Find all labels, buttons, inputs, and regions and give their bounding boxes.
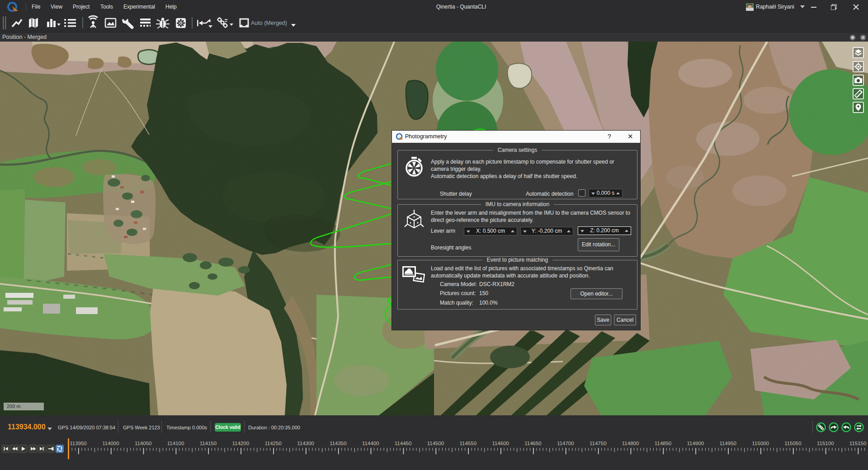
svg-text:114200: 114200: [232, 441, 250, 446]
svg-text:113950: 113950: [70, 441, 87, 446]
svg-text:114950: 114950: [719, 441, 736, 446]
svg-text:114150: 114150: [200, 441, 217, 446]
svg-text:114400: 114400: [362, 441, 379, 446]
svg-text:114300: 114300: [297, 441, 314, 446]
svg-text:115100: 115100: [817, 441, 834, 446]
svg-text:114650: 114650: [524, 441, 542, 446]
svg-text:114850: 114850: [655, 441, 672, 446]
svg-text:115000: 115000: [752, 441, 769, 446]
svg-text:115150: 115150: [849, 441, 867, 446]
svg-text:114450: 114450: [395, 441, 412, 446]
svg-text:114800: 114800: [622, 441, 639, 446]
svg-text:114350: 114350: [330, 441, 347, 446]
svg-text:114550: 114550: [460, 441, 477, 446]
svg-text:114500: 114500: [427, 441, 444, 446]
svg-text:114700: 114700: [557, 441, 574, 446]
svg-text:114900: 114900: [687, 441, 704, 446]
svg-text:Auto (Merged): Auto (Merged): [251, 20, 287, 26]
svg-text:114600: 114600: [492, 441, 509, 446]
svg-text:114750: 114750: [590, 441, 607, 446]
svg-text:114250: 114250: [264, 441, 282, 446]
svg-text:114100: 114100: [167, 441, 184, 446]
svg-text:115050: 115050: [784, 441, 802, 446]
svg-text:114000: 114000: [102, 441, 119, 446]
svg-text:114050: 114050: [135, 441, 152, 446]
